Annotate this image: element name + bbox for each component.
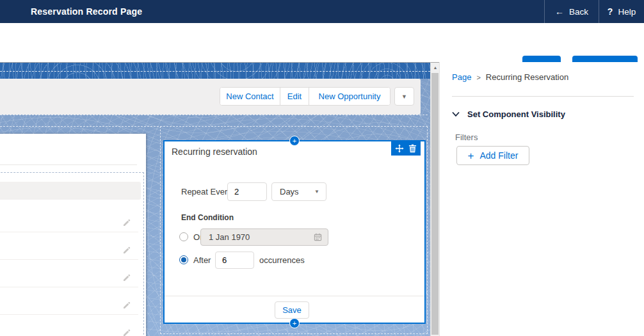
- highlights-panel[interactable]: New Contact Edit New Opportunity ▼: [0, 79, 421, 115]
- add-component-above-button[interactable]: +: [289, 136, 300, 146]
- more-actions-button[interactable]: ▼: [394, 87, 414, 106]
- add-filter-button[interactable]: + Add Filter: [456, 146, 529, 165]
- properties-panel: Page > Recurring Reservation Set Compone…: [439, 62, 644, 336]
- record-detail-card[interactable]: [0, 134, 146, 336]
- move-icon[interactable]: [395, 144, 404, 153]
- detail-field-row: [0, 205, 138, 232]
- breadcrumb-current: Recurring Reservation: [486, 72, 568, 82]
- help-label: Help: [618, 7, 636, 17]
- on-radio[interactable]: [179, 232, 188, 241]
- frequency-value: Days: [272, 187, 314, 196]
- recurring-reservation-component[interactable]: + + Recurring reservation Repeat Every D…: [163, 140, 426, 324]
- back-arrow-icon: ←: [555, 6, 564, 17]
- help-button[interactable]: ? Help: [599, 0, 644, 23]
- component-save-button[interactable]: Save: [275, 301, 309, 319]
- detail-field-row: [0, 260, 138, 287]
- breadcrumb: Page > Recurring Reservation: [452, 72, 568, 82]
- detail-field-row: [0, 232, 138, 260]
- new-contact-button[interactable]: New Contact: [220, 88, 280, 105]
- help-icon: ?: [608, 6, 613, 17]
- filters-label: Filters: [455, 132, 478, 142]
- builder-toolbar: Save Activation...: [0, 23, 644, 62]
- component-footer-divider: [165, 296, 424, 296]
- card-divider: [0, 164, 137, 165]
- region-border: [0, 71, 430, 72]
- repeat-every-input[interactable]: [227, 182, 267, 201]
- scroll-up-icon[interactable]: ▲: [431, 63, 440, 72]
- page-canvas: New Contact Edit New Opportunity ▼ + +: [0, 62, 430, 336]
- region-border: [0, 115, 428, 115]
- repeat-row: Repeat Every Days ▼: [165, 182, 424, 201]
- end-on-row: On 1 Jan 1970: [165, 228, 424, 246]
- occurrences-input[interactable]: [215, 252, 254, 269]
- back-label: Back: [569, 7, 588, 17]
- end-condition-label: End Condition: [181, 213, 234, 222]
- app-header: Reservation Record Page ← Back ? Help: [0, 0, 644, 23]
- detail-field-list: [0, 205, 138, 336]
- detail-field-row: [0, 287, 138, 315]
- occurrences-label: occurrences: [259, 255, 305, 265]
- detail-tab-header[interactable]: [0, 182, 141, 200]
- visibility-section-title: Set Component Visibility: [467, 109, 565, 119]
- new-opportunity-button[interactable]: New Opportunity: [309, 88, 390, 105]
- end-after-row: After occurrences: [165, 252, 424, 269]
- after-radio[interactable]: [179, 255, 188, 264]
- breadcrumb-page-link[interactable]: Page: [452, 72, 471, 82]
- component-title: Recurring reservation: [172, 147, 257, 157]
- plus-icon: +: [468, 150, 474, 161]
- trash-icon[interactable]: [408, 144, 417, 153]
- frequency-select[interactable]: Days ▼: [271, 182, 326, 201]
- canvas-scrollbar[interactable]: ▲: [430, 62, 439, 336]
- panel-divider: [452, 96, 634, 97]
- chevron-down-icon: ▼: [314, 189, 326, 195]
- edit-pencil-icon[interactable]: [123, 219, 131, 227]
- breadcrumb-separator-icon: >: [476, 74, 480, 81]
- add-filter-label: Add Filter: [480, 150, 519, 161]
- edit-pencil-icon[interactable]: [123, 274, 131, 282]
- edit-pencil-icon[interactable]: [123, 246, 131, 254]
- add-component-below-button[interactable]: +: [289, 318, 300, 328]
- edit-pencil-icon[interactable]: [123, 301, 131, 309]
- end-date-input[interactable]: 1 Jan 1970: [200, 228, 328, 246]
- repeat-every-label: Repeat Every: [181, 187, 232, 196]
- calendar-icon: [314, 233, 322, 241]
- end-date-value: 1 Jan 1970: [201, 232, 314, 242]
- detail-field-row: [0, 315, 138, 336]
- edit-pencil-icon[interactable]: [123, 329, 131, 336]
- chevron-down-icon: ▼: [401, 93, 407, 100]
- scrollbar-thumb[interactable]: [431, 73, 439, 335]
- page-title: Reservation Record Page: [31, 0, 142, 23]
- back-button[interactable]: ← Back: [544, 0, 599, 23]
- record-action-group: New Contact Edit New Opportunity: [220, 87, 390, 106]
- chevron-down-icon: [452, 111, 460, 117]
- edit-button[interactable]: Edit: [280, 88, 309, 105]
- after-label: After: [193, 255, 211, 265]
- component-action-chip: [391, 141, 421, 156]
- visibility-section-toggle[interactable]: Set Component Visibility: [452, 109, 565, 119]
